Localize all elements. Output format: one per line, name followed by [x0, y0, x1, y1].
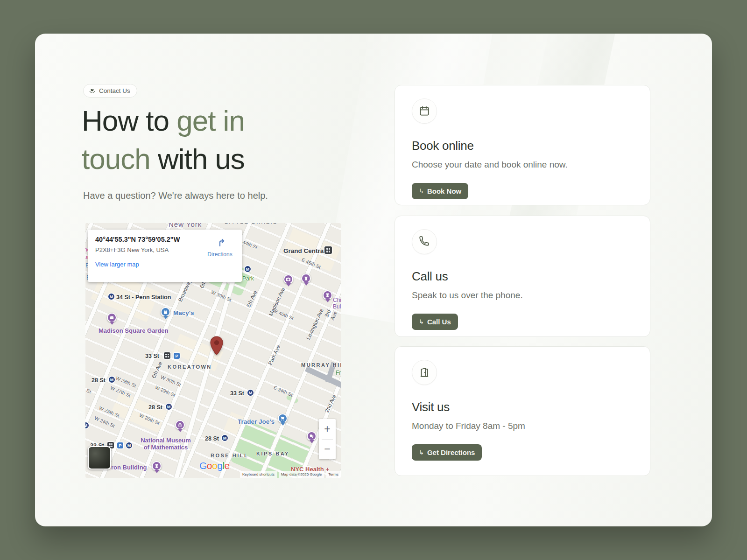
- call-us-button[interactable]: ↳Call Us: [412, 314, 458, 330]
- parking-icon[interactable]: P: [117, 442, 123, 448]
- card-title: Call us: [412, 269, 633, 284]
- get-directions-button[interactable]: ↳Get Directions: [412, 444, 482, 461]
- card-title: Book online: [412, 139, 633, 153]
- metro-icon[interactable]: M: [166, 404, 172, 410]
- tower-pin[interactable]: [152, 461, 162, 471]
- terms-link[interactable]: Terms: [326, 471, 341, 478]
- map-label: ROSE HILL: [211, 453, 248, 459]
- map-label: 28 St: [205, 435, 219, 442]
- map-label: W 30th St: [160, 374, 182, 387]
- map-label: KIPS BAY: [256, 451, 289, 457]
- map-label: Lexington Ave: [305, 308, 325, 341]
- map-label: W 39th St: [210, 289, 232, 302]
- path-icon[interactable]: [324, 246, 332, 254]
- map-label: E 40th St: [274, 308, 295, 321]
- map-label: KOREATOWN: [168, 364, 212, 370]
- map-label: MURRAY HILL: [301, 362, 341, 368]
- map-data-label: Map data ©2025 Google: [279, 471, 324, 478]
- location-marker[interactable]: [210, 336, 224, 357]
- map-label: W 24th St: [93, 415, 115, 428]
- map-label: New York: [169, 223, 202, 229]
- map-label: W 29th St: [154, 384, 176, 398]
- book-now-button[interactable]: ↳Book Now: [412, 183, 468, 199]
- map-label: Madison Square Garden: [99, 327, 169, 334]
- map-label: 28 St: [92, 377, 106, 384]
- map-zoom-control: + −: [319, 419, 336, 459]
- directions-button[interactable]: Directions: [204, 236, 235, 258]
- parking-icon[interactable]: P: [174, 353, 180, 359]
- map-label: h St: [85, 386, 92, 395]
- bag-pin[interactable]: [161, 307, 170, 317]
- book-online-card: Book online Choose your date and book on…: [395, 85, 650, 205]
- directions-label: Directions: [204, 251, 235, 258]
- map-label: E 45th St: [301, 257, 322, 270]
- card-body: Monday to Friday 8am - 5pm: [412, 421, 633, 431]
- cart-pin[interactable]: [278, 413, 288, 423]
- tower-pin[interactable]: [301, 273, 311, 283]
- badge-label: Contact Us: [99, 87, 130, 94]
- map-label: Grand Central: [283, 247, 325, 255]
- phone-icon: [412, 229, 437, 254]
- metro-icon[interactable]: M: [108, 294, 114, 300]
- google-logo[interactable]: Google: [199, 460, 230, 471]
- contact-us-badge: Contact Us: [83, 84, 137, 98]
- map-label: Macy's: [173, 309, 194, 317]
- card-body: Choose your date and book online now.: [412, 160, 633, 170]
- map-info-card: 40°44'55.3"N 73°59'05.2"W P2X8+F3G New Y…: [88, 230, 242, 282]
- map-label: Fre: [336, 370, 341, 376]
- map-label: W 25th St: [98, 405, 120, 418]
- metro-icon[interactable]: M: [247, 390, 254, 396]
- heart-hands-icon: [89, 87, 96, 94]
- map-label: 34 St - Penn Station: [116, 294, 171, 301]
- map-label: W 27th St: [109, 385, 131, 398]
- map-label: 33 St: [145, 353, 159, 360]
- call-us-card: Call us Speak to us over the phone. ↳Cal…: [395, 216, 650, 337]
- door-icon: [412, 360, 437, 385]
- map-attribution: Keyboard shortcuts Map data ©2025 Google…: [240, 471, 341, 478]
- metro-icon[interactable]: M: [245, 266, 251, 272]
- arrow-icon: ↳: [419, 188, 424, 195]
- zoom-in-button[interactable]: +: [319, 419, 336, 439]
- content-panel: Contact Us How to get intouch with us Ha…: [35, 34, 712, 526]
- map-label: W 28th St: [115, 375, 137, 388]
- view-larger-map-link[interactable]: View larger map: [95, 261, 234, 268]
- arrow-icon: ↳: [419, 318, 424, 325]
- arrow-icon: ↳: [419, 449, 424, 456]
- visit-us-card: Visit us Monday to Friday 8am - 5pm ↳Get…: [395, 346, 650, 476]
- museum-pin[interactable]: [175, 420, 185, 430]
- map-label: E 34th St: [273, 385, 294, 398]
- directions-icon: [214, 236, 226, 248]
- card-body: Speak to us over the phone.: [412, 290, 633, 301]
- path-icon[interactable]: [164, 352, 170, 359]
- map-label: W 26th St: [138, 412, 160, 426]
- page-title: How to get intouch with us: [82, 102, 343, 178]
- zoom-out-button[interactable]: −: [319, 440, 336, 460]
- google-map-embed[interactable]: New YorkLITTLE BRAZILneorBElectronics an…: [85, 223, 341, 478]
- street-view-thumbnail[interactable]: [88, 446, 111, 469]
- arena-pin[interactable]: [107, 313, 117, 322]
- map-label: 5th Ave: [246, 290, 259, 308]
- theater-pin[interactable]: [307, 431, 317, 441]
- calendar-icon: [412, 98, 437, 124]
- metro-icon[interactable]: M: [85, 422, 89, 428]
- map-label: Broadway: [177, 279, 193, 303]
- map-label: National Museum of Mathematics: [136, 437, 196, 451]
- map-label: 28 St: [148, 404, 162, 411]
- metro-icon[interactable]: M: [222, 435, 228, 441]
- map-label: Trader Joe's: [238, 418, 275, 426]
- metro-icon[interactable]: M: [109, 377, 115, 383]
- map-label: 2nd Ave: [324, 393, 338, 413]
- map-label: ron Building: [111, 464, 147, 471]
- map-label: 33 St: [230, 390, 244, 397]
- page-subtitle: Have a question? We're always here to he…: [83, 190, 268, 201]
- map-label: 44th St: [242, 239, 258, 250]
- keyboard-shortcuts-link[interactable]: Keyboard shortcuts: [240, 471, 277, 478]
- tower-pin[interactable]: [323, 290, 332, 300]
- camera-pin[interactable]: [283, 274, 293, 284]
- metro-icon[interactable]: M: [126, 442, 132, 448]
- map-label: LITTLE BRAZIL: [225, 223, 277, 225]
- map-label: Park Ave: [267, 344, 282, 366]
- card-title: Visit us: [412, 400, 633, 414]
